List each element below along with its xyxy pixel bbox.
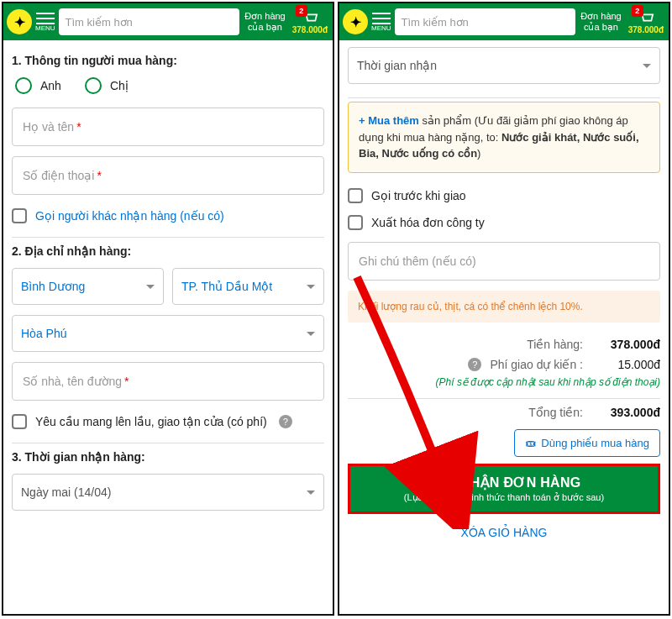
menu-button[interactable]: MENU (371, 13, 391, 32)
radio-icon (85, 77, 102, 94)
radio-anh[interactable]: Anh (15, 77, 61, 94)
time-select[interactable]: Thời gian nhận (348, 47, 660, 84)
shipping-note: (Phí sẽ được cập nhật sau khi nhập số đi… (348, 375, 660, 395)
city-select[interactable]: TP. Thủ Dầu Một (172, 268, 324, 305)
fullname-input[interactable]: Họ và tên* (12, 108, 324, 146)
hamburger-icon (372, 13, 391, 24)
voucher-button[interactable]: 🎟Dùng phiếu mua hàng (514, 429, 660, 457)
cart-badge: 2 (632, 5, 643, 17)
gender-radios: Anh Chị (12, 77, 324, 94)
province-city-row: Bình Dương TP. Thủ Dầu Một (12, 268, 324, 305)
divider (12, 443, 324, 443)
cart-total: 378.000đ (628, 25, 664, 34)
caret-down-icon (307, 490, 315, 495)
confirm-highlight: XÁC NHẬN ĐƠN HÀNG (Lựa chọn các hình thứ… (348, 464, 660, 514)
menu-label: MENU (371, 24, 391, 32)
menu-label: MENU (35, 24, 55, 32)
radio-chi[interactable]: Chị (85, 77, 129, 94)
checkbox-icon (348, 188, 363, 203)
app-logo[interactable]: ✦ (7, 9, 32, 34)
province-select[interactable]: Bình Dương (12, 268, 164, 305)
left-content: 1. Thông tin người mua hàng: Anh Chị Họ … (3, 40, 333, 614)
cart-button[interactable]: 2 378.000đ (291, 10, 329, 34)
radio-icon (15, 77, 32, 94)
cart-badge: 2 (296, 5, 307, 17)
app-logo[interactable]: ✦ (343, 9, 368, 34)
search-input[interactable]: Tìm kiếm hơn (59, 8, 240, 35)
ward-select[interactable]: Hòa Phú (12, 315, 324, 352)
note-input[interactable]: Ghi chú thêm (nếu có) (348, 242, 660, 281)
date-select[interactable]: Ngày mai (14/04) (12, 474, 324, 511)
checkbox-icon (348, 215, 363, 230)
company-invoice-checkbox[interactable]: Xuất hóa đơn công ty (348, 212, 660, 242)
menu-button[interactable]: MENU (35, 13, 55, 32)
checkbox-icon (12, 414, 27, 429)
caret-down-icon (643, 64, 651, 68)
caret-down-icon (146, 285, 155, 289)
checkbox-icon (12, 208, 27, 223)
confirm-order-button[interactable]: XÁC NHẬN ĐƠN HÀNG (Lựa chọn các hình thứ… (350, 466, 658, 511)
hamburger-icon (36, 13, 55, 24)
cart-button[interactable]: 2 378.000đ (627, 10, 665, 34)
caret-down-icon (307, 285, 315, 289)
cart-icon: 2 (301, 10, 319, 25)
divider (348, 97, 660, 98)
divider (12, 237, 324, 238)
subtotal-row: Tiền hàng:378.000đ (348, 334, 660, 354)
your-orders-link[interactable]: Đơn hàng của bạn (579, 11, 623, 33)
section-buyer-title: 1. Thông tin người mua hàng: (12, 54, 324, 67)
street-input[interactable]: Số nhà, tên đường* (12, 362, 324, 401)
other-receiver-checkbox[interactable]: Gọi người khác nhận hàng (nếu có) (12, 205, 324, 233)
phone-right: ✦ MENU Tìm kiếm hơn Đơn hàng của bạn 2 3… (338, 2, 670, 616)
section-time-title: 3. Thời gian nhận hàng: (12, 450, 324, 464)
weight-notice: Khối lượng rau củ, thịt, cá có thể chênh… (348, 291, 660, 323)
section-address-title: 2. Địa chỉ nhận hàng: (12, 244, 324, 258)
info-icon: ? (468, 358, 481, 371)
clear-cart-link[interactable]: XÓA GIỎ HÀNG (348, 514, 660, 551)
divider (348, 398, 660, 399)
app-header: ✦ MENU Tìm kiếm hơn Đơn hàng của bạn 2 3… (339, 3, 669, 40)
phone-input[interactable]: Số điện thoại* (12, 156, 324, 195)
right-content: Thời gian nhận + Mua thêm sản phẩm (Ưu đ… (339, 40, 669, 614)
search-input[interactable]: Tìm kiếm hơn (395, 8, 576, 35)
phone-left: ✦ MENU Tìm kiếm hơn Đơn hàng của bạn 2 3… (2, 2, 334, 616)
info-icon: ? (279, 415, 292, 428)
ticket-icon: 🎟 (525, 437, 536, 449)
cart-icon: 2 (637, 10, 655, 25)
grandtotal-row: Tổng tiền:393.000đ (348, 402, 660, 422)
promo-box: + Mua thêm sản phẩm (Ưu đãi giảm phí gia… (348, 102, 660, 173)
cart-total: 378.000đ (292, 25, 328, 34)
shipping-row: ?Phí giao dự kiến :15.000đ (348, 354, 660, 375)
caret-down-icon (307, 332, 315, 336)
your-orders-link[interactable]: Đơn hàng của bạn (243, 11, 287, 33)
upstairs-checkbox[interactable]: Yêu cầu mang lên lầu, giao tận cửa (có p… (12, 411, 324, 439)
app-header: ✦ MENU Tìm kiếm hơn Đơn hàng của bạn 2 3… (3, 3, 333, 40)
call-before-checkbox[interactable]: Gọi trước khi giao (348, 185, 660, 212)
buy-more-link[interactable]: + Mua thêm (359, 114, 419, 127)
